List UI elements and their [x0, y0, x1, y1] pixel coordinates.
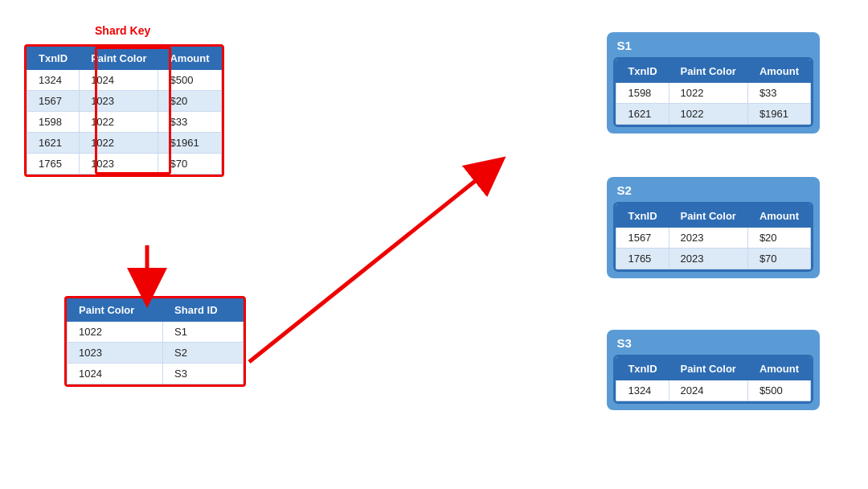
shard-label: S1 [613, 39, 813, 52]
table-cell: 2023 [669, 228, 747, 249]
table-row: 13241024$500 [27, 70, 222, 91]
shard-table: TxnIDPaint ColorAmount15672023$201765202… [616, 204, 811, 269]
table-cell: 1324 [616, 380, 669, 401]
table-cell: S1 [163, 322, 244, 343]
table-row: 17652023$70 [616, 249, 811, 269]
table-row: 15981022$33 [616, 83, 811, 104]
table-row: 1024S3 [68, 364, 244, 384]
table-row: 15671023$20 [27, 91, 222, 112]
shard-inner: TxnIDPaint ColorAmount15981022$331621102… [613, 57, 813, 127]
table-row: 1023S2 [68, 343, 244, 364]
table-cell: 1567 [616, 228, 669, 249]
table-cell: 1621 [616, 104, 669, 125]
table-row: 15981022$33 [27, 112, 222, 133]
table-cell: 1765 [27, 154, 80, 175]
shard-label: S2 [613, 183, 813, 197]
table-cell: 1024 [80, 70, 158, 91]
table-cell: 1022 [68, 322, 163, 343]
table-cell: 1022 [669, 83, 747, 104]
mapping-col-header: Shard ID [163, 299, 244, 322]
table-row: 17651023$70 [27, 154, 222, 175]
table-cell: 1022 [80, 133, 158, 154]
table-cell: $70 [747, 249, 810, 269]
source-col-header: Paint Color [80, 47, 158, 70]
table-cell: 1023 [80, 91, 158, 112]
table-cell: 1023 [80, 154, 158, 175]
mapping-table: Paint ColorShard ID 1022S11023S21024S3 [64, 296, 246, 387]
table-cell: 1567 [27, 91, 80, 112]
source-col-header: TxnID [27, 47, 80, 70]
table-cell: 1324 [27, 70, 80, 91]
diagonal-arrow [249, 169, 490, 362]
shard-col-header: Amount [747, 60, 810, 83]
source-data-table: TxnIDPaint ColorAmount 13241024$50015671… [27, 47, 222, 175]
table-cell: 1598 [616, 83, 669, 104]
table-cell: $33 [747, 83, 810, 104]
table-cell: $500 [747, 380, 810, 401]
mapping-col-header: Paint Color [68, 299, 163, 322]
table-cell: 1621 [27, 133, 80, 154]
shard-col-header: Paint Color [669, 205, 747, 228]
mapping-data-table: Paint ColorShard ID 1022S11023S21024S3 [67, 298, 244, 384]
table-cell: S2 [163, 343, 244, 364]
table-cell: $70 [158, 154, 221, 175]
table-row: 13242024$500 [616, 380, 811, 401]
shard-key-label: Shard Key [95, 24, 150, 37]
source-table: Shard Key TxnIDPaint ColorAmount 1324102… [24, 44, 224, 177]
shard-col-header: Paint Color [669, 358, 747, 380]
table-cell: $20 [158, 91, 221, 112]
table-cell: $33 [158, 112, 221, 133]
table-cell: 1024 [68, 364, 163, 384]
shard-inner: TxnIDPaint ColorAmount13242024$500 [613, 355, 813, 404]
shard-col-header: Amount [747, 358, 810, 380]
shard-col-header: Paint Color [669, 60, 747, 83]
shard-inner: TxnIDPaint ColorAmount15672023$201765202… [613, 202, 813, 272]
source-col-header: Amount [158, 47, 221, 70]
table-cell: 1022 [80, 112, 158, 133]
shard-table: TxnIDPaint ColorAmount15981022$331621102… [616, 60, 811, 125]
shard-col-header: Amount [747, 205, 810, 228]
table-row: 16211022$1961 [616, 104, 811, 125]
table-cell: 2024 [669, 380, 747, 401]
table-row: 15672023$20 [616, 228, 811, 249]
table-cell: 1023 [68, 343, 163, 364]
table-cell: $1961 [158, 133, 221, 154]
shard-col-header: TxnID [616, 205, 669, 228]
table-cell: $500 [158, 70, 221, 91]
shard-block: S2TxnIDPaint ColorAmount15672023$2017652… [607, 177, 820, 278]
table-cell: S3 [163, 364, 244, 384]
table-cell: $20 [747, 228, 810, 249]
table-cell: 1765 [616, 249, 669, 269]
shard-col-header: TxnID [616, 60, 669, 83]
shard-block: S1TxnIDPaint ColorAmount15981022$3316211… [607, 32, 820, 134]
table-row: 16211022$1961 [27, 133, 222, 154]
shard-label: S3 [613, 336, 813, 350]
table-cell: 1022 [669, 104, 747, 125]
shard-block: S3TxnIDPaint ColorAmount13242024$500 [607, 330, 820, 410]
shard-table: TxnIDPaint ColorAmount13242024$500 [616, 357, 811, 401]
table-cell: $1961 [747, 104, 810, 125]
shard-col-header: TxnID [616, 358, 669, 380]
table-cell: 2023 [669, 249, 747, 269]
table-row: 1022S1 [68, 322, 244, 343]
table-cell: 1598 [27, 112, 80, 133]
